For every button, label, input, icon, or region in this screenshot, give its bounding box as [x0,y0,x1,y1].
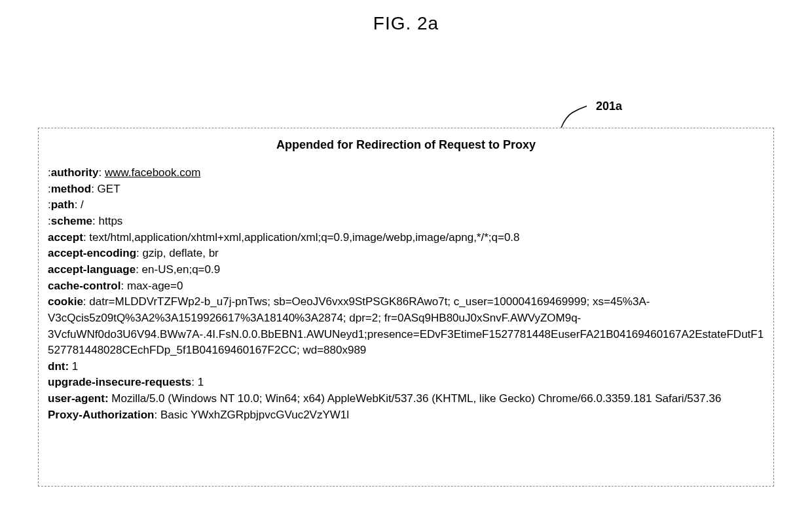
header-value: www.facebook.com [105,166,200,179]
header-name: user-agent: [48,392,109,405]
header-cache-control: cache-control: max-age=0 [48,278,764,295]
header-name: method [51,183,91,195]
header-name: accept-language [48,263,136,276]
header-sep: : [83,295,89,308]
header-upgrade-insecure-requests: upgrade-insecure-requests: 1 [48,375,764,391]
header-name: authority [51,166,99,179]
header-value: / [81,198,84,211]
header-sep: : [92,215,98,227]
header-value: https [99,215,123,227]
reference-label: 201a [596,100,622,113]
header-accept-encoding: accept-encoding: gzip, deflate, br [48,246,764,262]
header-cookie: cookie: datr=MLDDVrTZFWp2-b_u7j-pnTws; s… [48,294,764,359]
header-user-agent: user-agent: Mozilla/5.0 (Windows NT 10.0… [48,391,764,407]
headers-box: Appended for Redirection of Request to P… [38,128,774,487]
header-name: path [51,198,75,211]
header-value: Basic YWxhZGRpbjpvcGVuc2VzYW1l [160,409,349,421]
header-value: datr=MLDDVrTZFWp2-b_u7j-pnTws; sb=OeoJV6… [48,295,764,356]
header-value: 1 [72,360,78,373]
header-accept: accept: text/html,application/xhtml+xml,… [48,230,764,246]
header-sep: : [83,231,89,244]
header-sep: : [91,183,97,195]
header-sep: : [191,376,197,388]
header-name: upgrade-insecure-requests [48,376,191,388]
header-accept-language: accept-language: en-US,en;q=0.9 [48,262,764,278]
header-sep: : [98,166,104,179]
header-value: gzip, deflate, br [143,247,219,259]
header-scheme: :scheme: https [48,213,764,230]
header-sep: : [136,263,141,276]
header-authority: :authority: www.facebook.com [48,165,764,181]
header-name: scheme [51,215,92,227]
header-sep: : [136,247,142,259]
box-title: Appended for Redirection of Request to P… [48,136,764,153]
header-method: :method: GET [48,181,764,198]
header-value: GET [98,183,120,195]
header-name: cookie [48,295,83,308]
header-value: Mozilla/5.0 (Windows NT 10.0; Win64; x64… [111,392,721,405]
header-name: Proxy-Authorization [48,409,154,421]
header-name: cache-control [48,280,120,292]
header-value: en-US,en;q=0.9 [142,263,221,276]
header-name: accept-encoding [48,247,136,259]
header-value: text/html,application/xhtml+xml,applicat… [89,231,519,244]
figure-title: FIG. 2a [0,13,812,34]
header-path: :path: / [48,197,764,213]
leader-line-icon [559,103,592,130]
header-sep: : [75,198,81,211]
header-name: dnt: [48,360,69,373]
header-sep: : [154,409,160,421]
header-proxy-authorization: Proxy-Authorization: Basic YWxhZGRpbjpvc… [48,407,764,424]
header-name: accept [48,231,83,244]
header-sep: : [120,280,126,292]
header-value: max-age=0 [127,280,183,292]
header-dnt: dnt: 1 [48,359,764,375]
header-value: 1 [198,376,204,388]
